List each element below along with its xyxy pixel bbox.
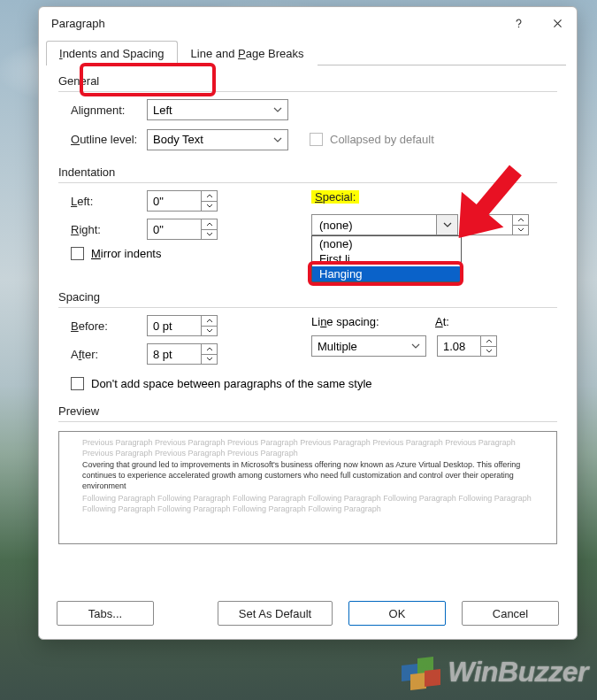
special-dropdown-list: (none) First li... Hanging: [311, 235, 462, 282]
before-value: 0 pt: [148, 316, 201, 335]
special-option-firstline[interactable]: First li...: [312, 251, 461, 266]
special-option-none[interactable]: (none): [312, 236, 461, 251]
chevron-down-icon[interactable]: [436, 215, 457, 235]
tab-row: Indents and Spacing Line and Page Breaks: [39, 41, 577, 65]
set-default-button[interactable]: Set As Default: [218, 601, 333, 626]
indent-left-label: Left:: [58, 195, 147, 208]
watermark-text: WinBuzzer: [448, 656, 588, 688]
ok-button[interactable]: OK: [348, 601, 446, 626]
spinner-arrows[interactable]: [201, 344, 217, 364]
tab-line-page-breaks[interactable]: Line and Page Breaks: [178, 41, 318, 65]
chevron-down-icon[interactable]: [202, 326, 217, 336]
button-bar: Tabs... Set As Default OK Cancel: [39, 596, 577, 639]
mirror-indents-checkbox[interactable]: [71, 247, 84, 260]
preview-sample-text: Covering that ground led to improvements…: [82, 460, 533, 491]
special-by-spinner[interactable]: [469, 214, 529, 235]
chevron-up-icon[interactable]: [513, 215, 528, 225]
watermark-icon: [398, 650, 440, 693]
close-button[interactable]: [538, 9, 577, 37]
chevron-down-icon: [273, 107, 282, 112]
alignment-label: Alignment:: [58, 104, 147, 117]
chevron-down-icon[interactable]: [202, 354, 217, 365]
special-select[interactable]: (none) (none) First li... Hanging: [311, 214, 458, 235]
preview-box: Previous Paragraph Previous Paragraph Pr…: [58, 431, 557, 544]
spinner-arrows[interactable]: [512, 215, 528, 235]
chevron-down-icon: [411, 343, 420, 349]
special-option-hanging[interactable]: Hanging: [312, 266, 461, 281]
before-spinner[interactable]: 0 pt: [147, 315, 218, 336]
spinner-arrows[interactable]: [201, 191, 217, 211]
after-value: 8 pt: [148, 344, 201, 364]
linespacing-select[interactable]: Multiple: [311, 335, 426, 357]
spinner-arrows[interactable]: [201, 219, 217, 239]
tab-label: Line and Page Breaks: [191, 47, 304, 60]
alignment-select[interactable]: Left: [147, 99, 288, 120]
special-by-value: [470, 215, 512, 235]
watermark: WinBuzzer: [398, 650, 588, 693]
section-title: Spacing: [58, 290, 557, 304]
chevron-up-icon[interactable]: [202, 344, 217, 354]
section-title: Preview: [58, 404, 557, 418]
section-general: General Alignment: Left Outline level: B…: [58, 74, 557, 151]
collapsed-checkbox: [310, 133, 323, 146]
svg-point-0: [517, 26, 518, 27]
titlebar: Paragraph: [39, 7, 577, 39]
indent-left-spinner[interactable]: 0": [147, 190, 218, 212]
outline-value: Body Text: [153, 133, 203, 146]
dialog-title: Paragraph: [51, 17, 105, 30]
tabs-button[interactable]: Tabs...: [57, 601, 154, 626]
indent-right-label: Right:: [58, 223, 147, 236]
chevron-up-icon[interactable]: [202, 191, 217, 201]
after-label: After:: [58, 348, 147, 361]
at-value: 1.08: [438, 336, 480, 356]
help-button[interactable]: [499, 9, 538, 37]
indent-right-value: 0": [148, 219, 201, 239]
tab-indents-spacing[interactable]: Indents and Spacing: [46, 41, 178, 65]
collapsed-label: Collapsed by default: [330, 133, 434, 146]
linespacing-value: Multiple: [318, 340, 357, 353]
cancel-button[interactable]: Cancel: [462, 601, 559, 626]
special-label: Special:: [311, 190, 359, 204]
alignment-value: Left: [153, 104, 172, 117]
chevron-down-icon[interactable]: [481, 346, 496, 357]
at-spinner[interactable]: 1.08: [437, 335, 497, 357]
at-label: At:: [435, 315, 488, 328]
special-value: (none): [312, 219, 436, 232]
tab-label: Indents and Spacing: [59, 47, 165, 60]
paragraph-dialog: Paragraph Indents and Spacing Line and P…: [38, 6, 578, 640]
dont-add-space-label: Don't add space between paragraphs of th…: [91, 377, 372, 390]
chevron-up-icon[interactable]: [202, 219, 217, 229]
linespacing-label: Line spacing:: [311, 315, 435, 328]
section-indentation: Indentation Left: 0": [58, 165, 557, 265]
after-spinner[interactable]: 8 pt: [147, 343, 218, 365]
chevron-down-icon[interactable]: [202, 201, 217, 212]
spinner-arrows[interactable]: [201, 316, 217, 335]
preview-next-text: Following Paragraph Following Paragraph …: [82, 493, 533, 514]
section-title: General: [58, 74, 557, 88]
chevron-up-icon[interactable]: [202, 316, 217, 326]
section-spacing: Spacing Before: 0 pt: [58, 290, 557, 390]
indent-right-spinner[interactable]: 0": [147, 219, 218, 240]
before-label: Before:: [58, 319, 147, 333]
chevron-up-icon[interactable]: [481, 336, 496, 346]
section-title: Indentation: [58, 165, 557, 179]
mirror-indents-label: Mirror indents: [91, 247, 161, 260]
outline-label: Outline level:: [58, 133, 147, 146]
dont-add-space-checkbox[interactable]: [71, 377, 84, 390]
chevron-down-icon: [273, 137, 282, 142]
spinner-arrows[interactable]: [480, 336, 496, 356]
section-preview: Preview Previous Paragraph Previous Para…: [58, 404, 557, 544]
outline-select[interactable]: Body Text: [147, 129, 288, 150]
chevron-down-icon[interactable]: [202, 229, 217, 240]
chevron-down-icon[interactable]: [513, 225, 528, 235]
indent-left-value: 0": [148, 191, 201, 211]
preview-prev-text: Previous Paragraph Previous Paragraph Pr…: [82, 437, 533, 458]
